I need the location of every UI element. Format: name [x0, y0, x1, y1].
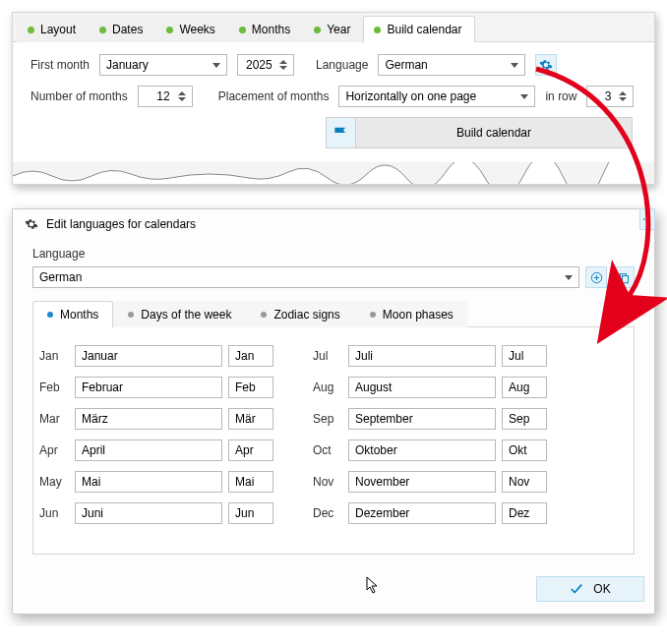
- status-dot: [261, 312, 267, 318]
- month-short-input[interactable]: Mär: [228, 408, 273, 430]
- build-calendar-button[interactable]: Build calendar: [326, 117, 633, 148]
- month-key-label: Mar: [39, 412, 69, 426]
- subtab-label: Moon phases: [383, 308, 454, 322]
- tab-dates[interactable]: Dates: [89, 16, 155, 42]
- in-row-input[interactable]: [593, 88, 615, 105]
- month-key-label: Apr: [39, 443, 69, 457]
- spin-up-icon[interactable]: [279, 60, 287, 64]
- flag-icon: [327, 118, 356, 147]
- combo-value: January: [106, 58, 149, 72]
- month-row: NovNovemberNov: [313, 471, 547, 493]
- copy-language-button[interactable]: [613, 266, 635, 288]
- tab-label: Build calendar: [387, 23, 461, 36]
- button-label: OK: [593, 582, 610, 596]
- month-row: MayMaiMai: [39, 471, 273, 493]
- month-short-input[interactable]: Dez: [502, 502, 547, 524]
- subtab-label: Zodiac signs: [273, 308, 339, 322]
- placement-select[interactable]: Horizontally on one page: [338, 86, 535, 107]
- dialog-language-select[interactable]: German: [32, 266, 579, 288]
- combo-value: German: [385, 58, 427, 72]
- month-short-input[interactable]: Jun: [228, 502, 273, 524]
- month-long-input[interactable]: Februar: [75, 377, 222, 398]
- month-short-input[interactable]: Apr: [228, 439, 273, 461]
- subtab-months[interactable]: Months: [32, 301, 113, 327]
- month-short-input[interactable]: Nov: [502, 471, 547, 493]
- month-long-input[interactable]: Juli: [348, 345, 496, 367]
- spin-up-icon[interactable]: [178, 91, 186, 95]
- status-dot: [166, 27, 173, 33]
- num-months-label: Number of months: [30, 89, 128, 103]
- edit-languages-button[interactable]: [535, 54, 557, 76]
- svg-rect-2: [622, 275, 628, 282]
- month-short-input[interactable]: Mai: [228, 471, 273, 493]
- month-long-input[interactable]: September: [348, 408, 496, 430]
- month-row: OctOktoberOkt: [313, 439, 547, 461]
- chevron-down-icon: [565, 275, 573, 280]
- status-dot: [314, 27, 321, 33]
- chevron-down-icon: [520, 94, 528, 99]
- month-key-label: Jun: [39, 506, 69, 520]
- status-dot: [47, 312, 53, 318]
- subtab-days[interactable]: Days of the week: [113, 301, 246, 327]
- tab-year[interactable]: Year: [303, 16, 363, 42]
- spin-down-icon[interactable]: [619, 97, 627, 101]
- num-months-input[interactable]: [145, 88, 174, 105]
- month-row: JanJanuarJan: [39, 345, 273, 367]
- spin-down-icon[interactable]: [178, 97, 186, 101]
- dialog-subtabs: Months Days of the week Zodiac signs Moo…: [32, 300, 635, 327]
- tab-weeks[interactable]: Weeks: [155, 16, 227, 42]
- subtab-moon[interactable]: Moon phases: [355, 301, 468, 327]
- month-short-input[interactable]: Sep: [502, 408, 547, 430]
- month-key-label: Feb: [39, 381, 69, 394]
- subtab-zodiac[interactable]: Zodiac signs: [246, 301, 354, 327]
- check-icon: [570, 583, 583, 595]
- chevron-down-icon: [212, 63, 220, 68]
- month-long-input[interactable]: Juni: [75, 502, 222, 524]
- status-dot: [28, 27, 34, 33]
- month-short-input[interactable]: Okt: [502, 439, 547, 461]
- combo-value: German: [39, 270, 82, 284]
- first-month-select[interactable]: January: [99, 54, 227, 76]
- tab-build-calendar[interactable]: Build calendar: [363, 16, 474, 42]
- month-key-label: Jul: [313, 349, 342, 363]
- tab-months[interactable]: Months: [228, 16, 303, 42]
- ok-button[interactable]: OK: [536, 576, 644, 602]
- main-panel: Layout Dates Weeks Months Year Build cal…: [12, 12, 655, 185]
- month-short-input[interactable]: Jan: [228, 345, 273, 367]
- month-key-label: Aug: [313, 381, 342, 394]
- month-short-input[interactable]: Aug: [502, 377, 547, 398]
- month-long-input[interactable]: Mai: [75, 471, 222, 493]
- spin-up-icon[interactable]: [619, 91, 627, 95]
- tab-label: Months: [252, 23, 290, 36]
- tab-label: Layout: [40, 23, 76, 36]
- add-language-button[interactable]: [585, 266, 607, 288]
- month-long-input[interactable]: März: [75, 408, 222, 430]
- tab-label: Year: [327, 23, 350, 36]
- first-month-label: First month: [30, 58, 90, 72]
- month-row: SepSeptemberSep: [313, 408, 547, 430]
- status-dot: [239, 27, 246, 33]
- month-short-input[interactable]: Feb: [228, 377, 273, 398]
- month-key-label: Jan: [39, 349, 69, 363]
- year-input[interactable]: [244, 56, 275, 74]
- form-area: First month January Language German Numb…: [13, 42, 654, 162]
- close-button[interactable]: [639, 208, 655, 230]
- year-spinner[interactable]: [237, 54, 294, 76]
- month-long-input[interactable]: Dezember: [348, 502, 496, 524]
- combo-value: Horizontally on one page: [345, 89, 476, 103]
- language-select[interactable]: German: [378, 54, 525, 76]
- month-long-input[interactable]: Oktober: [348, 439, 496, 461]
- month-long-input[interactable]: Januar: [75, 345, 222, 367]
- tab-layout[interactable]: Layout: [17, 16, 89, 42]
- spin-down-icon[interactable]: [279, 66, 287, 70]
- month-short-input[interactable]: Jul: [502, 345, 547, 367]
- month-row: JulJuliJul: [313, 345, 547, 367]
- month-long-input[interactable]: August: [348, 377, 496, 398]
- month-long-input[interactable]: November: [348, 471, 496, 493]
- month-key-label: May: [39, 475, 69, 489]
- month-long-input[interactable]: April: [75, 439, 222, 461]
- num-months-spinner[interactable]: [138, 86, 193, 107]
- torn-edge-decoration: [13, 162, 654, 184]
- tab-label: Weeks: [179, 23, 214, 36]
- in-row-spinner[interactable]: [586, 86, 634, 107]
